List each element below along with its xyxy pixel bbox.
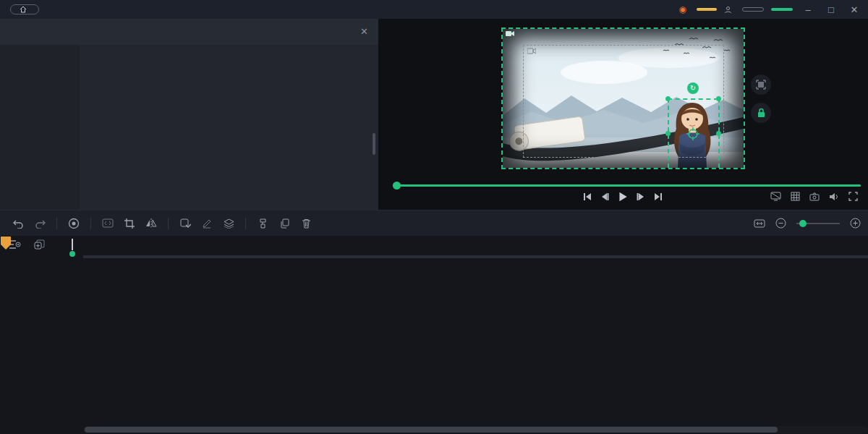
camera-1-label [506,30,517,37]
camera-icon [527,48,536,54]
crop-button[interactable] [119,218,140,229]
fit-timeline-icon[interactable] [754,219,765,228]
zoom-in-icon[interactable] [850,218,861,229]
resize-handle-tr[interactable] [716,96,721,101]
flame-icon: ◉︎ [679,4,686,14]
player-option-icons [770,192,858,201]
prev-frame-button[interactable] [600,192,610,202]
user-icon [724,6,732,14]
minimize-button[interactable]: – [800,4,816,15]
home-icon [20,6,27,13]
code-brackets-button[interactable] [97,218,119,228]
panel-close-icon[interactable]: ✕ [360,26,368,37]
split-mirror-button[interactable] [140,218,162,228]
properties-panel: ✕ [0,19,378,210]
undo-button[interactable] [7,218,29,229]
timeline-h-scrollbar[interactable] [83,426,868,433]
save-button[interactable] [742,7,764,12]
fit-frame-button[interactable] [751,75,771,95]
next-frame-button[interactable] [636,192,646,202]
format-brush-button[interactable] [252,218,273,229]
close-button[interactable]: ✕ [846,4,862,15]
snapshot-icon[interactable] [809,192,820,201]
resize-handle-ml[interactable] [665,131,671,136]
panel-tab-bar [0,19,378,45]
edit-toolbar [0,210,868,236]
panel-content [80,45,378,210]
zoom-out-icon[interactable] [775,218,786,229]
login-button[interactable] [724,6,735,14]
lock-button[interactable] [751,103,771,123]
zoom-slider[interactable] [796,223,840,224]
video-editor-app: { "colors": { "accent": "#23c17d", "gold… [0,0,868,434]
grid-icon[interactable] [791,192,800,201]
preview-area: ↻ [378,19,868,210]
move-target-icon[interactable] [686,127,699,140]
redo-button[interactable] [29,218,51,229]
timeline-ruler[interactable] [0,238,868,255]
fullscreen-icon[interactable] [848,192,858,201]
frame-select-icon [756,80,766,90]
camera-icon [506,30,514,37]
resize-handle-tl[interactable] [665,96,671,101]
character-selection-top [668,98,718,100]
select-check-button[interactable] [174,218,196,229]
timeline-h-scrollbar-thumb[interactable] [85,427,778,433]
zoom-slider-handle[interactable] [799,220,807,227]
playhead-flag[interactable] [0,236,12,250]
titlebar-actions: ◉︎ – □ ✕ [679,0,862,19]
copy-button[interactable] [273,218,295,229]
seek-bar-fill [393,184,861,187]
delete-button[interactable] [295,218,317,229]
transport-controls [582,191,663,203]
volume-icon[interactable] [829,192,839,201]
hot-features-button[interactable]: ◉︎ [679,4,689,14]
panel-sidebar [0,45,80,210]
home-button[interactable] [10,4,39,14]
lock-icon [757,108,766,118]
display-mode-icon[interactable] [770,192,781,201]
export-button[interactable] [771,8,793,11]
play-button[interactable] [617,191,629,203]
maximize-button[interactable]: □ [823,4,839,15]
layers-button[interactable] [218,218,239,229]
upgrade-account-button[interactable] [697,8,717,11]
default-camera-label [527,48,539,54]
work-range-bar[interactable] [83,255,868,258]
timeline-zoom-controls [744,218,861,229]
seek-bar[interactable] [393,184,861,187]
seek-handle[interactable] [393,182,401,190]
timeline [0,236,868,434]
rotate-handle[interactable]: ↻ [687,82,699,94]
keyframe-record-button[interactable] [63,218,85,229]
resize-handle-mr[interactable] [716,131,721,136]
edit-pen-button[interactable] [196,218,218,229]
title-bar: ◉︎ – □ ✕ [0,0,868,19]
skip-start-button[interactable] [582,192,592,202]
skip-end-button[interactable] [653,192,663,202]
panel-scrollbar[interactable] [373,133,375,155]
